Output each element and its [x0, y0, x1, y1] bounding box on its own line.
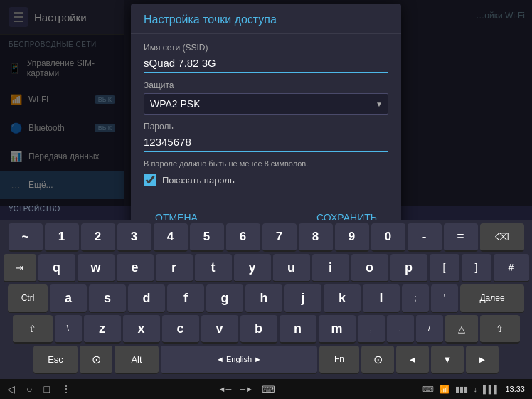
password-hint: В пароле должно быть не менее 8 символов…	[144, 159, 388, 168]
key-d[interactable]: d	[128, 284, 165, 313]
key-k[interactable]: k	[324, 284, 361, 313]
key-quote[interactable]: '	[431, 284, 458, 313]
key-s[interactable]: s	[89, 284, 126, 313]
key-left-bracket[interactable]: [	[430, 254, 459, 282]
keyboard-row-4: ⇧ \ z x c v b n m , . / △ ⇧	[1, 315, 531, 344]
key-h[interactable]: h	[245, 284, 282, 313]
key-enter[interactable]: Далее	[460, 284, 524, 313]
key-l[interactable]: l	[363, 284, 400, 313]
key-semicolon[interactable]: ;	[402, 284, 429, 313]
key-v[interactable]: v	[201, 315, 238, 344]
nav-left: ◁ ○ □ ⋮	[7, 383, 71, 395]
menu-button[interactable]: ⋮	[61, 383, 71, 395]
key-hash[interactable]: #	[494, 254, 529, 282]
key-u[interactable]: u	[273, 254, 310, 282]
keyboard: ~ 1 2 3 4 5 6 7 8 9 0 - = ⌫ ⇥ q w e r t …	[0, 220, 532, 379]
show-password-checkbox[interactable]	[144, 174, 156, 186]
home-button[interactable]: ○	[26, 383, 32, 395]
ssid-input[interactable]	[144, 55, 388, 73]
key-tab[interactable]: ⇥	[4, 254, 36, 282]
key-ctrl[interactable]: Ctrl	[8, 284, 48, 313]
key-left[interactable]: ◄	[396, 346, 429, 374]
key-alt[interactable]: Alt	[115, 346, 159, 374]
key-w[interactable]: w	[78, 254, 115, 282]
key-m[interactable]: m	[319, 315, 356, 344]
key-space-english[interactable]: ◄ English ►	[161, 346, 317, 374]
key-backspace[interactable]: ⌫	[480, 223, 524, 252]
key-j[interactable]: j	[284, 284, 321, 313]
key-circle[interactable]: ⊙	[361, 346, 394, 374]
dialog-body: Имя сети (SSID) Защита WPA2 PSK WPA PSK …	[131, 34, 401, 202]
key-f[interactable]: f	[167, 284, 204, 313]
key-comma[interactable]: ,	[358, 315, 385, 344]
key-x[interactable]: x	[123, 315, 160, 344]
nav-right: ⌨ 📶 ▮▮▮ ↓ ▌▌▌ 13:33	[422, 385, 525, 394]
keyboard-row-1: ~ 1 2 3 4 5 6 7 8 9 0 - = ⌫	[1, 223, 531, 252]
key-esc[interactable]: Esc	[33, 346, 78, 374]
key-6[interactable]: 6	[226, 223, 260, 252]
navigation-bar: ◁ ○ □ ⋮ ◄─ ─► ⌨ ⌨ 📶 ▮▮▮ ↓ ▌▌▌ 13:33	[0, 379, 532, 399]
battery-icon: ▮▮▮	[455, 385, 468, 394]
key-o[interactable]: o	[351, 254, 388, 282]
ssid-label: Имя сети (SSID)	[144, 43, 388, 53]
key-4[interactable]: 4	[154, 223, 188, 252]
key-i[interactable]: i	[312, 254, 349, 282]
key-p[interactable]: p	[390, 254, 427, 282]
key-settings[interactable]: ⊙	[80, 346, 112, 374]
key-slash[interactable]: /	[416, 315, 443, 344]
key-z[interactable]: z	[84, 315, 121, 344]
key-minus[interactable]: -	[408, 223, 442, 252]
keyboard-row-5: Esc ⊙ Alt ◄ English ► Fn ⊙ ◄ ▼ ►	[1, 346, 531, 374]
key-t[interactable]: t	[195, 254, 232, 282]
security-select-wrapper: WPA2 PSK WPA PSK Open ▼	[144, 93, 388, 115]
download-icon: ↓	[474, 385, 478, 393]
key-7[interactable]: 7	[262, 223, 297, 252]
back-button[interactable]: ◁	[7, 383, 15, 395]
key-8[interactable]: 8	[299, 223, 333, 252]
key-2[interactable]: 2	[81, 223, 115, 252]
key-a[interactable]: a	[50, 284, 87, 313]
key-g[interactable]: g	[206, 284, 243, 313]
key-r[interactable]: r	[156, 254, 193, 282]
key-q[interactable]: q	[38, 254, 75, 282]
keyboard-status-icon: ⌨	[422, 385, 434, 394]
key-5[interactable]: 5	[190, 223, 224, 252]
hotspot-dialog: Настройка точки доступа Имя сети (SSID) …	[131, 4, 401, 238]
security-label: Защита	[144, 80, 388, 90]
key-c[interactable]: c	[162, 315, 199, 344]
keyboard-row-3: Ctrl a s d f g h j k l ; ' Далее	[1, 284, 531, 313]
show-password-label: Показать пароль	[162, 175, 235, 186]
key-n[interactable]: n	[280, 315, 316, 344]
key-down[interactable]: ▼	[431, 346, 464, 374]
key-e[interactable]: e	[117, 254, 154, 282]
key-right-bracket[interactable]: ]	[462, 254, 491, 282]
password-input[interactable]	[144, 134, 388, 152]
clock: 13:33	[505, 385, 525, 393]
nav-center: ◄─ ─► ⌨	[218, 384, 275, 395]
key-y[interactable]: y	[234, 254, 271, 282]
dialog-overlay: Настройка точки доступа Имя сети (SSID) …	[0, 0, 532, 206]
key-equals[interactable]: =	[444, 223, 478, 252]
key-right[interactable]: ►	[466, 346, 499, 374]
key-shift-left[interactable]: ⇧	[13, 315, 53, 344]
keyboard-toggle[interactable]: ⌨	[262, 384, 275, 395]
security-select[interactable]: WPA2 PSK WPA PSK Open	[144, 93, 388, 115]
password-label: Пароль	[144, 122, 388, 132]
key-0[interactable]: 0	[371, 223, 405, 252]
show-password-row: Показать пароль	[144, 174, 388, 186]
volume-down-button[interactable]: ◄─	[218, 385, 232, 393]
volume-up-button[interactable]: ─►	[240, 385, 253, 393]
key-shift-right[interactable]: ⇧	[480, 315, 520, 344]
wifi-status-icon: 📶	[440, 385, 449, 394]
key-period[interactable]: .	[387, 315, 414, 344]
key-1[interactable]: 1	[45, 223, 79, 252]
key-tilde[interactable]: ~	[9, 223, 43, 252]
recent-apps-button[interactable]: □	[43, 383, 49, 395]
key-up[interactable]: △	[445, 315, 478, 344]
signal-bars: ▌▌▌	[483, 385, 499, 393]
key-3[interactable]: 3	[117, 223, 151, 252]
key-fn[interactable]: Fn	[319, 346, 359, 374]
key-b[interactable]: b	[240, 315, 277, 344]
key-9[interactable]: 9	[335, 223, 369, 252]
key-backslash[interactable]: \	[55, 315, 82, 344]
